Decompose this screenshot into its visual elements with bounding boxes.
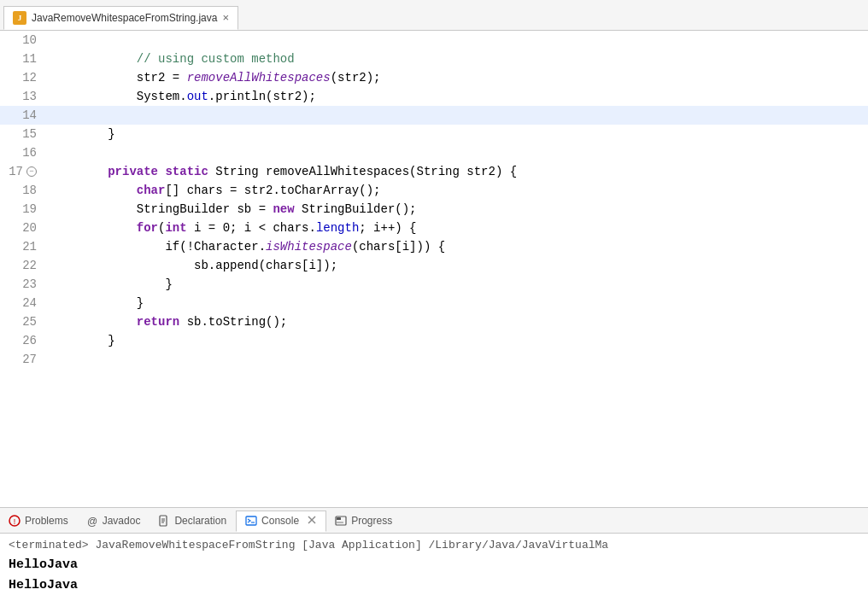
token-fi: out [187,90,208,103]
code-line: 18 char[] chars = str2.toCharArray(); [0,181,868,200]
line-number: 26 [0,331,47,350]
token-id: StringBuilder sb = [50,202,273,216]
bottom-tab-label-javadoc: Javadoc [103,515,141,527]
bottom-panel: !Problems@JavadocDeclarationConsoleProgr… [0,507,868,601]
code-line: 14 [0,106,868,125]
token-kw: new [273,202,294,216]
svg-text:@: @ [87,516,97,527]
code-content: sb.append(chars[i]); [47,256,337,275]
console-output-line: HelloJava [9,575,859,596]
tab-filename: JavaRemoveWhitespaceFromString.java [32,12,217,24]
code-line: 22 sb.append(chars[i]); [0,256,868,275]
token-id: } [50,127,115,141]
code-line: 16 [0,143,868,162]
token-kw: for [50,221,158,235]
java-file-icon: J [13,11,26,25]
doc-icon [158,515,170,527]
line-number: 19 [0,200,47,219]
token-it: removeAllWhitespaces [187,71,331,85]
bottom-tab-progress[interactable]: Progress [326,511,402,530]
bottom-tab-javadoc[interactable]: @Javadoc [78,511,150,530]
code-content: } [47,125,115,143]
token-id: } [50,334,115,347]
line-number: 12 [0,68,47,87]
fold-icon[interactable]: − [26,166,37,177]
code-line: 23 } [0,275,868,294]
tab-close-icon[interactable]: × [222,11,229,24]
bottom-tab-problems[interactable]: !Problems [0,511,78,530]
code-content: } [47,331,115,350]
code-content: // using custom method [47,50,295,68]
line-number: 20 [0,219,47,237]
svg-text:!: ! [14,517,16,526]
console-icon [245,515,257,527]
code-line: 24 } [0,294,868,312]
token-id: } [50,277,173,291]
code-content: if(!Character.isWhitespace(chars[i])) { [47,237,445,256]
token-kw: char [50,184,165,197]
code-content [47,106,57,125]
line-number: 17 − [0,162,47,181]
code-content [47,350,57,369]
code-line: 26 } [0,331,868,350]
line-number: 24 [0,294,47,312]
line-number: 14 [0,106,47,125]
line-number: 15 [0,125,47,143]
file-tab[interactable]: J JavaRemoveWhitespaceFromString.java × [3,6,238,30]
token-id: .println(str2); [208,90,316,103]
code-content: str2 = removeAllWhitespaces(str2); [47,68,380,87]
bottom-tab-console[interactable]: Console [236,511,326,532]
code-content: } [47,294,144,312]
code-content: char[] chars = str2.toCharArray(); [47,181,380,200]
token-id: str2 = [50,71,187,85]
line-number: 18 [0,181,47,200]
editor-area: 10 11 // using custom method12 str2 = re… [0,31,868,507]
code-line: 10 [0,31,868,50]
bottom-tab-label-declaration: Declaration [174,515,226,527]
code-content: System.out.println(str2); [47,87,316,106]
code-line: 13 System.out.println(str2); [0,87,868,106]
token-id: (chars[i])) { [352,240,445,254]
token-fi: length [316,221,359,235]
code-line: 27 [0,350,868,369]
token-id: i = 0; i < chars. [187,221,316,235]
bottom-tab-label-console: Console [261,515,299,527]
bottom-tab-label-progress: Progress [351,515,392,527]
code-line: 12 str2 = removeAllWhitespaces(str2); [0,68,868,87]
console-status: <terminated> JavaRemoveWhitespaceFromStr… [9,539,859,551]
code-content: for(int i = 0; i < chars.length; i++) { [47,219,417,237]
warning-icon: ! [9,515,21,527]
token-id: (str2); [331,71,381,85]
token-id: removeAllWhitespaces(String str2) { [266,165,517,178]
code-line: 20 for(int i = 0; i < chars.length; i++)… [0,219,868,237]
token-kw: return [50,315,179,329]
bottom-tab-label-problems: Problems [25,515,68,527]
line-number: 22 [0,256,47,275]
token-id: if(!Character. [50,240,266,254]
line-number: 21 [0,237,47,256]
console-output-line: HelloJava [9,555,859,575]
code-content: } [47,275,173,294]
line-number: 13 [0,87,47,106]
line-number: 23 [0,275,47,294]
code-line: 21 if(!Character.isWhitespace(chars[i]))… [0,237,868,256]
svg-rect-12 [337,517,341,520]
code-content: return sb.toString(); [47,312,287,331]
code-content [47,31,57,50]
line-number: 16 [0,143,47,162]
code-container[interactable]: 10 11 // using custom method12 str2 = re… [0,31,868,507]
token-id: String [208,165,266,178]
console-tab-close-icon[interactable] [303,515,317,528]
bottom-tab-bar: !Problems@JavadocDeclarationConsoleProgr… [0,508,868,534]
code-content: private static String removeAllWhitespac… [47,162,517,181]
bottom-tab-declaration[interactable]: Declaration [150,511,236,530]
token-id: [] chars = str2.toCharArray(); [165,184,380,197]
code-line: 25 return sb.toString(); [0,312,868,331]
token-id: ; i++) { [359,221,416,235]
line-number: 11 [0,50,47,68]
progress-icon [335,515,347,527]
token-id: StringBuilder(); [295,202,417,216]
console-area: <terminated> JavaRemoveWhitespaceFromStr… [0,534,868,601]
code-line: 17 − private static String removeAllWhit… [0,162,868,181]
token-id: sb.toString(); [179,315,287,329]
